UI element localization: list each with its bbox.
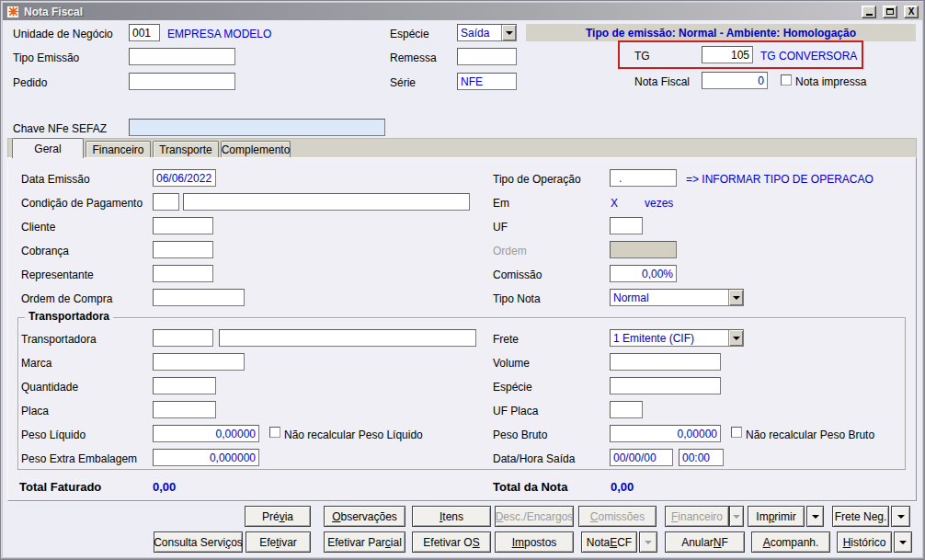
chevron-down-icon xyxy=(506,31,513,35)
data-emissao-input[interactable] xyxy=(153,169,216,187)
tg-label: TG xyxy=(634,50,650,63)
frete-select[interactable]: 1 Emitente (CIF) xyxy=(610,329,744,347)
transportadora-code-input[interactable] xyxy=(153,329,213,347)
chevron-down-icon xyxy=(733,337,740,340)
serie-input[interactable] xyxy=(457,73,517,90)
volume-label: Volume xyxy=(493,357,530,370)
window-title: Nota Fiscal xyxy=(24,6,855,18)
volume-input[interactable] xyxy=(610,353,721,371)
peso-extra-input[interactable] xyxy=(153,449,259,466)
observacoes-button[interactable]: Observações xyxy=(324,506,405,527)
especie-select[interactable]: Saída xyxy=(457,24,517,41)
unidade-input[interactable] xyxy=(129,24,160,41)
nota-ecf-dropdown-arrow[interactable] xyxy=(639,531,657,553)
especie-value: Saída xyxy=(458,25,501,40)
cobranca-input[interactable] xyxy=(153,241,213,258)
placa-input[interactable] xyxy=(153,401,216,418)
tipo-emissao-input[interactable] xyxy=(129,48,235,65)
especie-dropdown-arrow[interactable] xyxy=(501,25,516,40)
acompanh-button[interactable]: Acompanh. xyxy=(751,531,830,553)
efetivar-os-button[interactable]: Efetivar OS xyxy=(412,531,491,553)
marca-input[interactable] xyxy=(153,353,245,371)
frete-neg-dropdown-arrow[interactable] xyxy=(891,506,910,527)
nota-impressa-checkbox[interactable] xyxy=(781,74,792,86)
peso-liquido-input[interactable] xyxy=(153,425,259,442)
total-da-nota-value: 0,00 xyxy=(611,480,634,494)
tab-geral[interactable]: Geral xyxy=(12,138,84,158)
imprimir-button[interactable]: Imprimir xyxy=(748,506,805,527)
nao-recalcular-peso-liquido-checkbox[interactable] xyxy=(269,427,280,438)
total-faturado-label: Total Faturado xyxy=(19,480,101,494)
historico-dropdown-arrow[interactable] xyxy=(894,531,912,553)
tipo-emissao-label: Tipo Emissão xyxy=(13,51,79,64)
peso-bruto-input[interactable] xyxy=(610,425,721,442)
pedido-input[interactable] xyxy=(129,73,235,90)
desc-encargos-button[interactable]: Desc./Encargos xyxy=(495,506,574,527)
data-hora-saida-label: Data/Hora Saída xyxy=(493,452,575,465)
ordem-compra-input[interactable] xyxy=(153,289,245,306)
nota-fiscal-label: Nota Fiscal xyxy=(634,75,690,88)
uf-placa-label: UF Placa xyxy=(493,405,538,417)
tab-complemento[interactable]: Complemento xyxy=(221,141,291,158)
transportadora-label: Transportadora xyxy=(21,333,97,346)
itens-button[interactable]: Itens xyxy=(412,506,491,527)
tipo-nota-dropdown-arrow[interactable] xyxy=(728,290,743,305)
hora-saida-input[interactable] xyxy=(679,449,724,466)
efetivar-parcial-button[interactable]: Efetivar Parcial xyxy=(324,531,405,553)
comissao-input[interactable] xyxy=(610,265,677,282)
condicao-pagamento-code-input[interactable] xyxy=(153,193,179,211)
frete-dropdown-arrow[interactable] xyxy=(728,330,743,346)
minimize-button[interactable] xyxy=(862,6,876,18)
remessa-input[interactable] xyxy=(457,48,517,65)
tg-input[interactable] xyxy=(702,46,753,63)
data-saida-input[interactable] xyxy=(610,449,673,466)
em-label: Em xyxy=(493,197,509,210)
total-da-nota-label: Total da Nota xyxy=(493,480,567,494)
nota-fiscal-input[interactable] xyxy=(702,72,768,89)
nota-ecf-button[interactable]: Nota ECF xyxy=(581,531,637,553)
frete-label: Frete xyxy=(493,333,519,346)
tab-transporte[interactable]: Transporte xyxy=(153,141,219,158)
previa-button[interactable]: Prévia xyxy=(245,506,311,527)
especie-transporte-label: Espécie xyxy=(493,381,532,394)
uf-label: UF xyxy=(493,221,508,234)
efetivar-button[interactable]: Efetivar xyxy=(246,531,311,553)
ordem-compra-label: Ordem de Compra xyxy=(21,292,112,305)
tipo-nota-select[interactable]: Normal xyxy=(610,289,744,306)
comissoes-button[interactable]: Comissões xyxy=(578,506,657,527)
nao-recalcular-peso-liquido-label: Não recalcular Peso Líquido xyxy=(284,429,423,441)
anular-nf-button[interactable]: Anular NF xyxy=(665,531,745,553)
peso-extra-label: Peso Extra Embalagem xyxy=(21,452,137,465)
imprimir-dropdown-arrow[interactable] xyxy=(806,506,824,527)
title-bar: Nota Fiscal X xyxy=(3,3,922,20)
em-x-value: X xyxy=(611,197,618,210)
tab-financeiro[interactable]: Financeiro xyxy=(86,141,151,158)
ordem-label: Ordem xyxy=(493,245,527,257)
quantidade-input[interactable] xyxy=(153,377,216,394)
chave-nfe-input[interactable] xyxy=(129,119,385,136)
historico-button[interactable]: Histórico xyxy=(837,531,892,553)
especie-transporte-input[interactable] xyxy=(610,377,721,394)
uf-input[interactable] xyxy=(610,217,643,234)
financeiro-button[interactable]: Financeiro xyxy=(665,506,729,527)
impostos-button[interactable]: Impostos xyxy=(495,531,574,553)
close-button[interactable]: X xyxy=(904,6,919,18)
frete-neg-button[interactable]: Frete Neg. xyxy=(832,506,889,527)
chevron-down-icon xyxy=(897,515,905,519)
chevron-down-icon xyxy=(733,515,740,519)
condicao-pagamento-desc-input[interactable] xyxy=(183,193,470,211)
consulta-servicos-button[interactable]: Consulta Serviços xyxy=(154,531,243,553)
chave-nfe-label: Chave NFe SEFAZ xyxy=(13,122,107,135)
representante-input[interactable] xyxy=(153,265,213,282)
tab-panel-geral: Data Emissão Condição de Pagamento Clien… xyxy=(7,157,917,501)
nao-recalcular-peso-bruto-checkbox[interactable] xyxy=(731,427,742,438)
marca-label: Marca xyxy=(21,357,51,370)
uf-placa-input[interactable] xyxy=(610,401,643,418)
financeiro-dropdown-arrow[interactable] xyxy=(729,506,744,527)
tipo-operacao-input[interactable] xyxy=(610,169,677,187)
nao-recalcular-peso-bruto-label: Não recalcular Peso Bruto xyxy=(746,429,874,441)
transportadora-desc-input[interactable] xyxy=(219,329,476,347)
cliente-input[interactable] xyxy=(153,217,213,234)
pedido-label: Pedido xyxy=(13,76,47,89)
maximize-button[interactable] xyxy=(883,6,897,18)
